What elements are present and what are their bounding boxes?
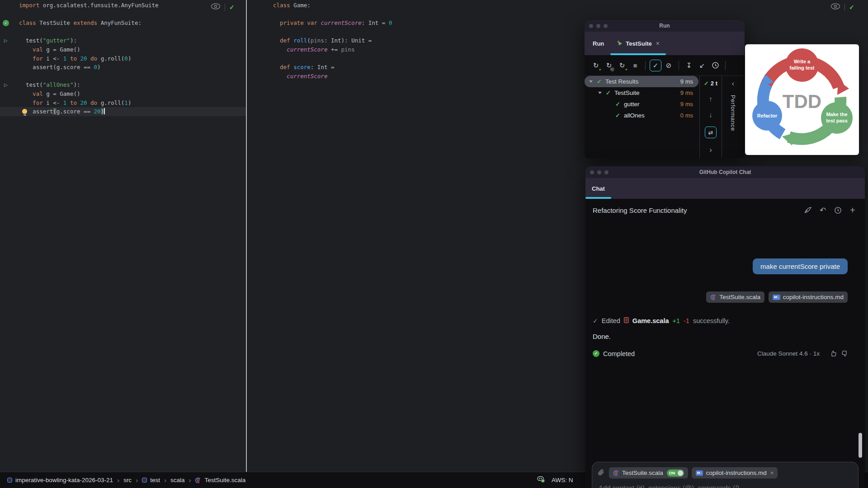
expand-panel-button[interactable]: › — [709, 145, 712, 155]
rerun-icon[interactable]: ↻▸ — [590, 60, 602, 71]
tab-chat[interactable]: Chat — [585, 178, 611, 199]
close-tab-icon[interactable]: × — [656, 40, 660, 47]
context-toggle[interactable]: ON — [667, 469, 684, 477]
folder-icon — [142, 478, 147, 483]
context-chip[interactable]: TestSuite.scala — [706, 291, 764, 303]
chevron-down-icon[interactable] — [598, 92, 602, 94]
chat-window-titlebar[interactable]: GitHub Copilot Chat — [585, 166, 865, 178]
thumbs-up-icon[interactable] — [830, 350, 837, 357]
breadcrumb-item[interactable]: imperative-bowling-kata-2026-03-21 — [7, 477, 113, 483]
test-tree-row[interactable]: ✓Test Results9 ms — [585, 76, 698, 87]
import-results-icon[interactable]: ↙ — [696, 60, 708, 71]
test-run-config-icon — [617, 40, 623, 47]
run-window-titlebar[interactable]: Run — [585, 20, 745, 32]
divider — [679, 61, 679, 70]
copilot-status-icon[interactable] — [537, 476, 545, 484]
thumbs-down-icon[interactable] — [841, 350, 849, 357]
breadcrumb-separator: › — [189, 476, 191, 484]
run-test-gutter-icon[interactable]: ▷ — [4, 80, 8, 89]
show-ignored-icon[interactable]: ⊘ — [663, 60, 675, 71]
zoom-window-button[interactable] — [604, 170, 609, 174]
chip-label: TestSuite.scala — [622, 469, 663, 476]
run-tool-window: Run Run TestSuite × ↻▸↻●↻▸■✓⊘↧↙ ✓Test Re… — [585, 20, 745, 158]
edited-file-link[interactable]: Game.scala — [632, 317, 669, 324]
track-running-test-button[interactable]: ⇄ — [705, 127, 717, 138]
test-tree-row[interactable]: ✓TestSuite9 ms — [585, 87, 698, 99]
test-name: allOnes — [624, 112, 680, 119]
test-tree-row[interactable]: ✓allOnes0 ms — [585, 110, 698, 121]
breadcrumb-item[interactable]: src — [123, 477, 132, 483]
run-toolbar: ↻▸↻●↻▸■✓⊘↧↙ — [585, 55, 745, 76]
zoom-window-button[interactable] — [604, 24, 608, 28]
passed-count: 2 t — [711, 80, 717, 87]
breadcrumb: imperative-bowling-kata-2026-03-21›src›t… — [7, 476, 245, 484]
tdd-step2-label: Make the — [826, 112, 847, 117]
test-results-tree: ✓Test Results9 ms✓TestSuite9 ms✓gutter9 … — [585, 76, 699, 158]
check-icon: ✓ — [704, 80, 709, 87]
next-test-button[interactable]: ↓ — [709, 111, 712, 118]
tab-testsuite[interactable]: TestSuite × — [610, 32, 666, 55]
show-passed-icon[interactable]: ✓ — [650, 60, 661, 71]
undo-icon[interactable]: ↶ — [817, 204, 829, 216]
performance-column: ‹ Performance — [722, 76, 744, 158]
aws-status-text[interactable]: AWS: N — [552, 477, 573, 483]
code-line: val g = Game() — [0, 89, 246, 99]
breadcrumb-separator: › — [164, 476, 166, 484]
editor-pane-testsuite[interactable]: import org.scalatest.funsuite.AnyFunSuit… — [0, 0, 246, 472]
edit-thread-icon[interactable] — [802, 204, 814, 216]
message-context-chips: TestSuite.scalaM↓copilot-instructions.md — [706, 291, 848, 303]
code-line: assert(g.score == 20) — [0, 107, 246, 116]
breadcrumb-item[interactable]: scala — [170, 477, 185, 483]
sort-by-duration-icon[interactable]: ↧ — [683, 60, 695, 71]
breadcrumb-item[interactable]: TestSuite.scala — [195, 477, 245, 483]
traffic-lights[interactable] — [590, 170, 609, 174]
test-duration: 9 ms — [680, 89, 698, 96]
test-tree-row[interactable]: ✓gutter9 ms — [585, 99, 698, 110]
code-line: assert(g.score == 0) — [0, 63, 246, 72]
previous-test-button[interactable]: ↑ — [709, 95, 712, 103]
chat-input-box[interactable]: TestSuite.scalaONM↓copilot-instructions.… — [592, 462, 859, 488]
context-chip[interactable]: M↓copilot-instructions.md× — [692, 467, 778, 479]
rerun-failed-icon[interactable]: ↻● — [603, 60, 615, 71]
test-duration: 9 ms — [680, 78, 698, 85]
eye-icon[interactable] — [830, 3, 840, 11]
eye-icon[interactable] — [211, 3, 221, 11]
divider — [645, 61, 646, 70]
chat-input[interactable]: Add context (#), extensions (@), command… — [599, 484, 739, 488]
new-chat-icon[interactable]: + — [847, 204, 859, 216]
inspections-ok-icon[interactable]: ✓ — [229, 4, 235, 11]
code-line — [0, 10, 246, 19]
minimize-window-button[interactable] — [596, 24, 600, 28]
run-test-gutter-icon[interactable]: ▷ — [4, 36, 8, 45]
stop-icon[interactable]: ■ — [629, 60, 641, 71]
remove-chip-icon[interactable]: × — [770, 469, 774, 476]
scala-file-icon — [195, 477, 201, 483]
breadcrumb-separator: › — [136, 476, 138, 484]
chip-label: TestSuite.scala — [719, 294, 760, 300]
tab-performance[interactable]: Performance — [730, 95, 736, 131]
scala-file-icon-red — [624, 317, 629, 324]
edited-suffix: successfully. — [693, 317, 730, 324]
code-line: import org.scalatest.funsuite.AnyFunSuit… — [0, 1, 246, 10]
context-chip[interactable]: TestSuite.scalaON — [609, 467, 688, 479]
test-duration: 0 ms — [680, 112, 698, 119]
auto-test-icon[interactable]: ↻▸ — [616, 60, 628, 71]
close-window-button[interactable] — [590, 170, 594, 174]
close-window-button[interactable] — [589, 24, 593, 28]
test-history-icon[interactable] — [709, 60, 721, 71]
scala-file-icon — [613, 470, 619, 476]
context-chip[interactable]: M↓copilot-instructions.md — [769, 291, 848, 303]
attach-icon[interactable] — [598, 469, 604, 478]
test-passed-icon: ✓ — [615, 112, 620, 119]
history-icon[interactable] — [832, 204, 844, 216]
code-line: ▷ test("allOnes"): — [0, 80, 246, 89]
collapse-icon[interactable]: ‹ — [732, 80, 734, 88]
chevron-down-icon[interactable] — [589, 80, 593, 83]
breadcrumb-item[interactable]: test — [142, 477, 160, 483]
test-passed-icon: ✓ — [606, 89, 611, 96]
minimize-window-button[interactable] — [597, 170, 601, 174]
traffic-lights[interactable] — [589, 24, 608, 28]
run-class-gutter-icon[interactable]: ✓ — [3, 20, 9, 26]
inspections-ok-icon[interactable]: ✓ — [849, 4, 854, 11]
scrollbar-thumb[interactable] — [859, 433, 862, 458]
